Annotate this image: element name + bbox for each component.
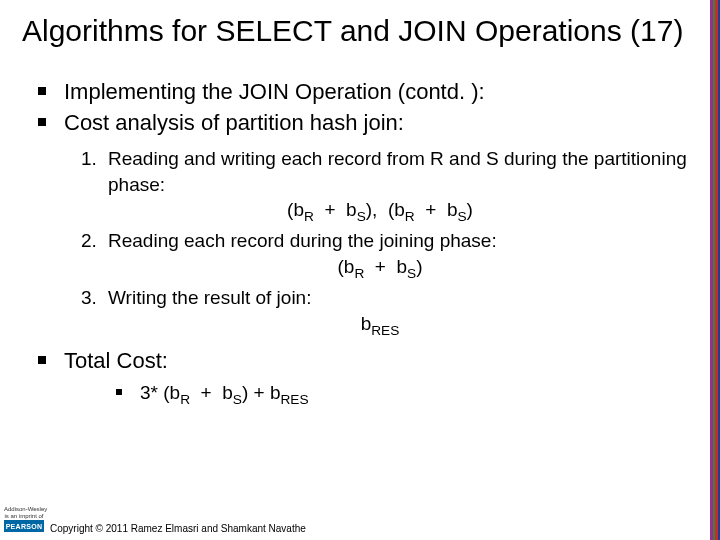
slide: Algorithms for SELECT and JOIN Operation…	[0, 0, 720, 540]
total-label: Total Cost:	[64, 348, 168, 373]
bullet-item: Implementing the JOIN Operation (contd. …	[34, 77, 692, 107]
numbered-list: Reading and writing each record from R a…	[18, 146, 692, 340]
sub-bullet-item: 3* (bR + bS) + bRES	[112, 380, 692, 409]
logo-line: Addison-Wesley	[4, 506, 44, 512]
sub-bullet-list: 3* (bR + bS) + bRES	[64, 380, 692, 409]
formula: (bR + bS), (bR + bS)	[108, 197, 652, 226]
pearson-badge: PEARSON	[4, 520, 44, 532]
slide-title: Algorithms for SELECT and JOIN Operation…	[18, 14, 692, 49]
bullet-item: Cost analysis of partition hash join:	[34, 108, 692, 138]
total-bullet-list: Total Cost: 3* (bR + bS) + bRES	[18, 346, 692, 409]
list-text: Reading and writing each record from R a…	[108, 148, 687, 195]
decorative-edge	[710, 0, 720, 540]
copyright-text: Copyright © 2011 Ramez Elmasri and Shamk…	[50, 523, 720, 534]
bullet-item: Total Cost: 3* (bR + bS) + bRES	[34, 346, 692, 409]
list-item: Writing the result of join: bRES	[102, 285, 692, 340]
list-text: Reading each record during the joining p…	[108, 230, 497, 251]
main-bullet-list: Implementing the JOIN Operation (contd. …	[18, 77, 692, 138]
formula: bRES	[108, 311, 652, 340]
logo-line: is an imprint of	[4, 513, 44, 519]
list-item: Reading each record during the joining p…	[102, 228, 692, 283]
footer: Addison-Wesley is an imprint of PEARSON …	[0, 523, 720, 534]
publisher-logo: Addison-Wesley is an imprint of PEARSON	[4, 506, 44, 532]
list-text: Writing the result of join:	[108, 287, 311, 308]
list-item: Reading and writing each record from R a…	[102, 146, 692, 227]
formula: (bR + bS)	[108, 254, 652, 283]
